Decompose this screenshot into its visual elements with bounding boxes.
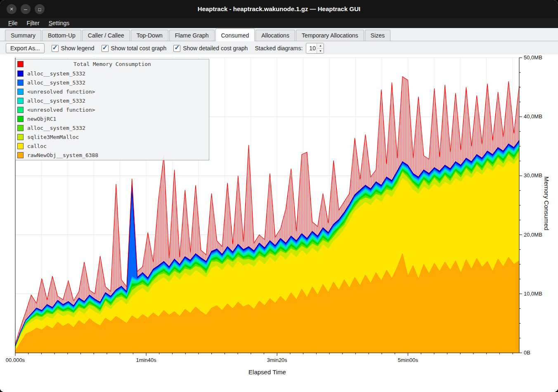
x-tick-label: 1min40s bbox=[136, 357, 157, 363]
tab-bar: Summary Bottom-Up Caller / Callee Top-Do… bbox=[0, 29, 558, 41]
show-total-cost-label[interactable]: Show total cost graph bbox=[111, 45, 167, 52]
legend-label: newObjRC1 bbox=[27, 116, 56, 122]
stacked-diagrams-label: Stacked diagrams: bbox=[255, 45, 303, 52]
x-tick-label: 5min00s bbox=[398, 357, 418, 363]
chart-area: 00.000s1min40s3min20s5min00s0B10,0MB20,0… bbox=[0, 54, 558, 392]
menubar: File Filter Settings bbox=[0, 18, 558, 28]
legend-item: alloc__system_5332 bbox=[16, 69, 209, 78]
tab-bottom-up[interactable]: Bottom-Up bbox=[42, 30, 81, 41]
tab-flame-graph[interactable]: Flame Graph bbox=[169, 30, 215, 41]
tab-consumed[interactable]: Consumed bbox=[215, 28, 255, 41]
tab-sizes[interactable]: Sizes bbox=[365, 30, 390, 41]
show-total-cost-checkbox[interactable] bbox=[102, 45, 109, 52]
legend-item: alloc__system_5332 bbox=[16, 96, 209, 105]
legend-label: alloc__system_5332 bbox=[27, 70, 85, 77]
legend-item: <unresolved function> bbox=[16, 105, 209, 114]
spin-up-icon[interactable]: ▲ bbox=[317, 43, 324, 48]
y-tick-label: 50,0MB bbox=[524, 54, 542, 61]
tab-top-down[interactable]: Top-Down bbox=[131, 30, 168, 41]
legend-swatch bbox=[17, 134, 24, 140]
legend-item: alloc__system_5332 bbox=[16, 78, 209, 87]
menu-file[interactable]: File bbox=[4, 19, 22, 27]
legend-swatch bbox=[17, 107, 24, 113]
y-tick-label: 10,0MB bbox=[524, 291, 542, 297]
show-legend-label[interactable]: Show legend bbox=[61, 45, 95, 52]
tab-caller-callee[interactable]: Caller / Callee bbox=[82, 30, 130, 41]
legend-label: alloc__system_5332 bbox=[27, 125, 85, 131]
stacked-diagrams-value[interactable]: 10 bbox=[306, 43, 317, 53]
legend-swatch bbox=[17, 125, 24, 131]
legend-swatch bbox=[17, 116, 24, 122]
legend-label: <unresolved function> bbox=[27, 107, 95, 113]
close-icon[interactable] bbox=[7, 4, 17, 14]
legend-swatch bbox=[17, 143, 24, 149]
legend-swatch bbox=[17, 80, 24, 86]
chart-toolbar: Export As... Show legend Show total cost… bbox=[0, 42, 558, 54]
legend-label: calloc bbox=[27, 143, 47, 149]
app-window: Heaptrack - heaptrack.wakunode.1.gz — He… bbox=[0, 0, 558, 392]
stacked-diagrams-control: Stacked diagrams: 10 ▲ ▼ bbox=[255, 43, 324, 54]
y-tick-label: 40,0MB bbox=[524, 113, 542, 120]
legend-item: calloc bbox=[16, 141, 209, 150]
legend-swatch bbox=[17, 89, 24, 95]
y-tick-label: 0B bbox=[524, 350, 530, 356]
show-total-cost-option: Show total cost graph bbox=[102, 45, 167, 52]
legend-item: sqlite3MemMalloc bbox=[16, 132, 209, 141]
legend-title-row: Total Memory Consumption bbox=[16, 60, 209, 69]
legend-item: <unresolved function> bbox=[16, 87, 209, 96]
x-tick-label: 3min20s bbox=[267, 357, 288, 363]
spin-down-icon[interactable]: ▼ bbox=[317, 48, 324, 54]
y-axis-title: Memory Consumed bbox=[543, 176, 550, 230]
tab-allocations[interactable]: Allocations bbox=[255, 30, 295, 41]
tab-summary[interactable]: Summary bbox=[5, 30, 41, 41]
maximize-icon[interactable] bbox=[35, 4, 45, 14]
show-legend-checkbox[interactable] bbox=[52, 45, 59, 52]
spin-buttons: ▲ ▼ bbox=[317, 43, 324, 53]
legend-swatch-total bbox=[17, 61, 24, 67]
show-detailed-cost-option: Show detailed cost graph bbox=[173, 45, 248, 52]
window-title: Heaptrack - heaptrack.wakunode.1.gz — He… bbox=[50, 0, 508, 18]
legend-item: newObjRC1 bbox=[16, 114, 209, 123]
y-tick-label: 20,0MB bbox=[524, 232, 542, 238]
export-as-button[interactable]: Export As... bbox=[6, 43, 45, 53]
menu-filter[interactable]: Filter bbox=[23, 19, 44, 27]
legend-label: sqlite3MemMalloc bbox=[27, 134, 79, 140]
legend-label: rawNewObj__system_6388 bbox=[27, 152, 98, 158]
legend-item: rawNewObj__system_6388 bbox=[16, 150, 209, 160]
legend-label: alloc__system_5332 bbox=[27, 98, 85, 104]
show-detailed-cost-checkbox[interactable] bbox=[173, 45, 180, 52]
chart-legend: Total Memory Consumptionalloc__system_53… bbox=[15, 59, 209, 160]
y-tick-label: 30,0MB bbox=[524, 172, 542, 178]
legend-label: <unresolved function> bbox=[27, 89, 95, 95]
legend-item: alloc__system_5332 bbox=[16, 123, 209, 132]
legend-swatch bbox=[17, 70, 24, 77]
legend-label: alloc__system_5332 bbox=[27, 80, 85, 86]
tab-temporary-allocations[interactable]: Temporary Allocations bbox=[296, 30, 364, 41]
minimize-icon[interactable] bbox=[21, 4, 31, 14]
x-tick-label: 00.000s bbox=[6, 357, 25, 363]
x-axis-title: Elapsed Time bbox=[15, 369, 519, 376]
legend-title: Total Memory Consumption bbox=[16, 60, 209, 69]
content: Summary Bottom-Up Caller / Callee Top-Do… bbox=[0, 28, 558, 392]
show-detailed-cost-label[interactable]: Show detailed cost graph bbox=[183, 45, 248, 52]
show-legend-option: Show legend bbox=[52, 45, 95, 52]
stacked-diagrams-spinbox: 10 ▲ ▼ bbox=[306, 43, 324, 54]
legend-swatch bbox=[17, 152, 24, 158]
titlebar[interactable]: Heaptrack - heaptrack.wakunode.1.gz — He… bbox=[0, 0, 558, 18]
legend-swatch bbox=[17, 98, 24, 104]
window-controls bbox=[7, 4, 45, 14]
menu-settings[interactable]: Settings bbox=[45, 19, 74, 27]
